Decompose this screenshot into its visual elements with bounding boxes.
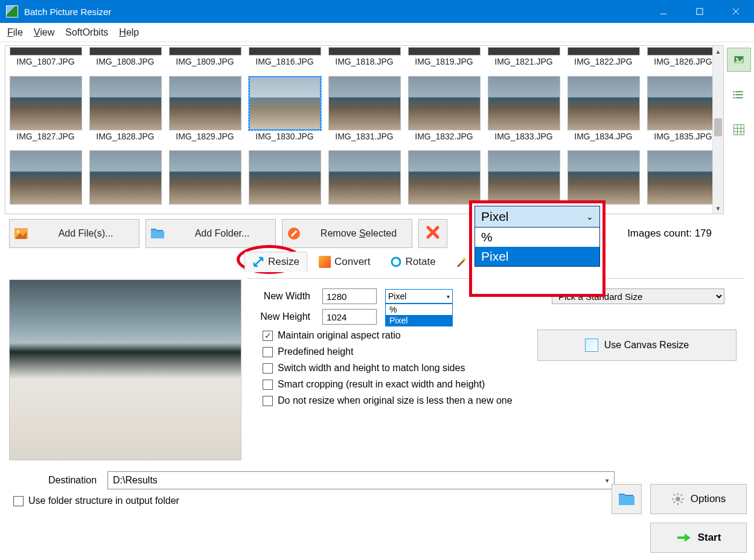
thumb-label: IMG_1807.JPG xyxy=(16,57,75,66)
thumb-cell[interactable]: IMG_1835.JPG xyxy=(644,76,722,149)
thumbnail xyxy=(328,150,401,205)
unit-option-pixel[interactable]: Pixel xyxy=(386,315,452,326)
gallery-scrollbar[interactable]: ▲ ▼ xyxy=(712,46,723,214)
thumb-cell[interactable]: IMG_1818.JPG xyxy=(325,47,403,74)
width-unit-select[interactable]: Pixel ▾ % Pixel xyxy=(385,289,453,304)
thumb-label: IMG_1818.JPG xyxy=(335,57,394,66)
options-label: Options xyxy=(691,493,726,505)
use-folder-structure-checkbox[interactable] xyxy=(13,496,24,506)
thumb-label: IMG_1834.JPG xyxy=(574,132,633,141)
unit-option-percent[interactable]: % xyxy=(386,304,452,315)
svg-point-5 xyxy=(736,58,738,60)
thumb-cell[interactable]: IMG_1822.JPG xyxy=(564,47,642,74)
thumb-cell[interactable]: IMG_1830.JPG xyxy=(246,76,324,149)
thumbnail xyxy=(567,150,640,205)
canvas-icon xyxy=(585,339,598,352)
thumb-label: IMG_1831.JPG xyxy=(335,132,394,141)
svg-point-11 xyxy=(733,97,735,99)
svg-rect-26 xyxy=(682,498,684,500)
no-resize-smaller-checkbox[interactable] xyxy=(263,396,273,406)
tab-resize[interactable]: Resize xyxy=(244,252,307,272)
svg-point-18 xyxy=(17,231,20,234)
thumb-cell[interactable]: IMG_1831.JPG xyxy=(325,76,403,149)
canvas-resize-button[interactable]: Use Canvas Resize xyxy=(537,329,736,361)
svg-rect-28 xyxy=(680,501,683,503)
thumbnail xyxy=(408,76,481,130)
thumb-cell[interactable]: IMG_1819.JPG xyxy=(405,47,483,74)
menu-file[interactable]: File xyxy=(7,27,23,38)
remove-selected-button[interactable]: Remove Selected xyxy=(282,219,412,248)
destination-combo[interactable]: D:\Results ▾ xyxy=(107,471,615,489)
minimize-button[interactable] xyxy=(645,0,682,23)
maintain-ratio-checkbox[interactable] xyxy=(263,331,273,341)
side-toolbar xyxy=(724,45,754,214)
thumb-label: IMG_1835.JPG xyxy=(654,132,712,141)
thumb-cell[interactable]: IMG_1807.JPG xyxy=(7,47,85,74)
thumb-label: IMG_1822.JPG xyxy=(574,57,633,66)
thumb-cell[interactable]: IMG_1816.JPG xyxy=(246,47,324,74)
browse-destination-button[interactable] xyxy=(612,484,642,514)
close-button[interactable] xyxy=(718,0,754,23)
thumb-cell[interactable] xyxy=(325,150,403,212)
thumb-cell[interactable]: IMG_1808.JPG xyxy=(86,47,164,74)
thumb-cell[interactable] xyxy=(86,150,164,212)
thumb-cell[interactable]: IMG_1809.JPG xyxy=(166,47,244,74)
thumb-label: IMG_1819.JPG xyxy=(415,57,473,66)
thumbnail xyxy=(567,76,640,130)
thumb-cell[interactable]: IMG_1829.JPG xyxy=(166,76,244,149)
thumb-cell[interactable]: IMG_1827.JPG xyxy=(7,76,85,149)
resize-panel: New Width Pixel ▾ % Pixel Pick a Standar… xyxy=(248,278,745,460)
remove-all-button[interactable] xyxy=(418,219,447,248)
thumb-cell[interactable]: IMG_1832.JPG xyxy=(405,76,483,149)
menu-softorbits[interactable]: SoftOrbits xyxy=(65,27,108,38)
thumbnail xyxy=(169,150,241,205)
thumb-cell[interactable]: IMG_1828.JPG xyxy=(86,76,164,149)
thumbnail xyxy=(567,47,640,56)
tab-convert-label: Convert xyxy=(334,256,371,268)
resize-icon xyxy=(252,256,264,268)
scroll-down-icon[interactable]: ▼ xyxy=(713,203,723,214)
side-grid-button[interactable] xyxy=(727,118,751,142)
callout-option-pixel[interactable]: Pixel xyxy=(475,247,599,266)
smart-crop-checkbox[interactable] xyxy=(263,380,273,390)
thumb-cell[interactable]: IMG_1826.JPG xyxy=(644,47,722,74)
width-unit-dropdown[interactable]: % Pixel xyxy=(385,304,453,326)
callout-option-percent[interactable]: % xyxy=(475,228,599,247)
thumbnail xyxy=(328,47,401,56)
side-thumbnails-button[interactable] xyxy=(727,48,751,72)
thumb-cell[interactable]: IMG_1833.JPG xyxy=(485,76,563,149)
scroll-up-icon[interactable]: ▲ xyxy=(713,46,723,57)
add-files-button[interactable]: Add File(s)... xyxy=(9,219,139,248)
menu-view[interactable]: View xyxy=(34,27,54,38)
chevron-down-icon: ▾ xyxy=(447,293,450,300)
thumb-cell[interactable] xyxy=(7,150,85,212)
tab-rotate[interactable]: Rotate xyxy=(382,252,444,272)
new-width-label: New Width xyxy=(260,291,314,302)
thumb-label: IMG_1833.JPG xyxy=(494,132,553,141)
thumb-label: IMG_1829.JPG xyxy=(176,132,234,141)
switch-wh-label: Switch width and height to match long si… xyxy=(278,363,465,374)
thumb-cell[interactable]: IMG_1821.JPG xyxy=(485,47,563,74)
gear-icon xyxy=(671,492,685,506)
scroll-thumb[interactable] xyxy=(714,118,722,136)
new-height-input[interactable] xyxy=(322,309,377,325)
gallery-pane: IMG_1807.JPGIMG_1808.JPGIMG_1809.JPGIMG_… xyxy=(5,45,724,214)
menu-help[interactable]: Help xyxy=(119,27,139,38)
callout-select[interactable]: Pixel ⌄ xyxy=(474,206,600,228)
add-folder-button[interactable]: Add Folder... xyxy=(145,219,276,248)
predefined-height-checkbox[interactable] xyxy=(263,347,273,357)
thumb-cell[interactable] xyxy=(644,150,722,212)
thumb-cell[interactable] xyxy=(166,150,244,212)
start-button[interactable]: Start xyxy=(650,523,747,553)
maximize-button[interactable] xyxy=(682,0,718,23)
tab-convert[interactable]: Convert xyxy=(311,252,379,272)
thumb-cell[interactable]: IMG_1834.JPG xyxy=(564,76,642,149)
thumb-cell[interactable] xyxy=(246,150,324,212)
new-width-input[interactable] xyxy=(322,288,377,304)
add-folder-label: Add Folder... xyxy=(169,228,275,239)
convert-icon xyxy=(319,256,331,268)
svg-point-9 xyxy=(733,91,735,93)
side-list-button[interactable] xyxy=(727,83,751,107)
options-button[interactable]: Options xyxy=(650,484,747,514)
switch-wh-checkbox[interactable] xyxy=(263,363,273,374)
